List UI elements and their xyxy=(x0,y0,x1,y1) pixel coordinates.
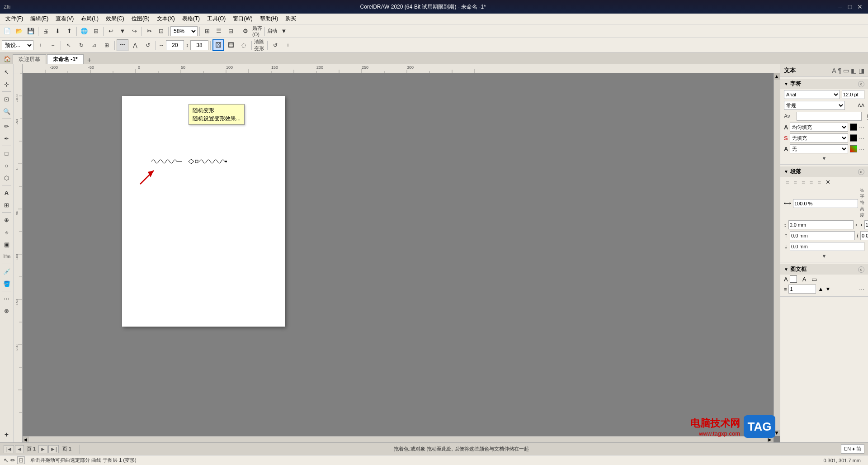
document-canvas[interactable]: ▲ ▼ ◄ ► xyxy=(23,73,780,442)
para-input4[interactable] xyxy=(790,231,855,240)
frame-more-btn[interactable]: ··· xyxy=(859,285,864,293)
scroll-up-btn[interactable]: ▲ xyxy=(774,73,780,80)
align-none-btn[interactable]: ✕ xyxy=(824,178,832,186)
close-button[interactable]: ✕ xyxy=(855,2,864,11)
tab-home-icon[interactable]: 🏠 xyxy=(2,53,13,64)
random-distort-btn[interactable]: ⚄ xyxy=(212,39,224,51)
fill3-color-box[interactable] xyxy=(850,145,857,152)
page-next-btn[interactable]: ► xyxy=(38,445,47,453)
value1-input[interactable] xyxy=(166,40,184,50)
minimize-button[interactable]: ─ xyxy=(835,2,844,11)
fill-color-box[interactable] xyxy=(850,123,857,131)
view-mode2[interactable]: ☰ xyxy=(213,26,224,37)
para-input1[interactable] xyxy=(793,199,858,208)
paragraph-section-header[interactable]: ▼ 段落 ○ xyxy=(780,166,868,177)
zigzag-btn[interactable]: ⋀ xyxy=(129,39,141,51)
menu-effects[interactable]: 效果(C) xyxy=(102,14,128,24)
lang-indicator[interactable]: EN ♦ 简 xyxy=(841,444,864,454)
menu-tools[interactable]: 工具(O) xyxy=(203,14,229,24)
distort-btn[interactable]: ⊞ xyxy=(101,39,113,51)
save-button[interactable]: 💾 xyxy=(25,26,36,37)
underline-btn[interactable]: U xyxy=(865,113,868,120)
rectangle-tool[interactable]: □ xyxy=(1,147,13,159)
tab-add-button[interactable]: + xyxy=(85,56,94,64)
frame-cols-input[interactable] xyxy=(788,285,816,294)
scroll-left-btn[interactable]: ◄ xyxy=(23,437,29,442)
fill2-more-btn[interactable]: ··· xyxy=(859,134,864,142)
open-button[interactable]: 📂 xyxy=(14,26,24,37)
settings-button[interactable]: ⚙ xyxy=(240,26,251,37)
paragraph-section-circle[interactable]: ○ xyxy=(858,169,864,175)
snap-button[interactable]: 贴齐(O) xyxy=(252,26,263,37)
fill-combo[interactable]: 均匀填充 xyxy=(790,123,848,132)
preset-combo[interactable]: 预设... xyxy=(2,40,33,50)
undo-button[interactable]: ↩ xyxy=(105,26,116,37)
new-button[interactable]: 📄 xyxy=(2,26,13,37)
value2-input[interactable] xyxy=(190,40,208,50)
transform-button[interactable]: ⊡ xyxy=(156,26,166,37)
preset-remove[interactable]: − xyxy=(47,39,59,51)
twirl-btn[interactable]: ↺ xyxy=(142,39,154,51)
rotate-btn[interactable]: ↻ xyxy=(75,39,87,51)
view-mode3[interactable]: ⊟ xyxy=(225,26,236,37)
rp-icon-frame[interactable]: ▭ xyxy=(843,67,849,74)
transform-tool[interactable]: Tfm xyxy=(1,251,13,262)
font-style-combo[interactable]: 常规 xyxy=(784,101,845,110)
align-right-btn[interactable]: ≡ xyxy=(800,178,807,186)
frame-up-btn[interactable]: ▲ xyxy=(818,286,823,292)
font-size-input[interactable] xyxy=(842,90,864,99)
calligraphy-tool[interactable]: ✒ xyxy=(1,133,13,144)
fill2-color-box[interactable] xyxy=(850,134,857,142)
tab-document[interactable]: 未命名 -1* xyxy=(47,54,84,64)
frame-color-box[interactable] xyxy=(790,275,797,283)
shadow-tool[interactable]: ▣ xyxy=(1,238,13,250)
start-button[interactable]: 启动 xyxy=(267,26,278,37)
extrude-tool[interactable]: ⟐ xyxy=(1,226,13,238)
add-btn[interactable]: + xyxy=(282,39,294,51)
align-justify-btn[interactable]: ≡ xyxy=(808,178,815,186)
extra-tool2[interactable]: ⊛ xyxy=(1,305,13,317)
smooth-btn[interactable]: ◌ xyxy=(238,39,250,51)
menu-text[interactable]: 文本(X) xyxy=(153,14,179,24)
zoom-combo[interactable]: 58% xyxy=(170,26,198,36)
polygon-tool[interactable]: ⬡ xyxy=(1,172,13,184)
import-button[interactable]: ⬇ xyxy=(52,26,63,37)
para-input5[interactable] xyxy=(860,231,868,240)
para-section-expand[interactable]: ▼ xyxy=(822,253,827,259)
paint-tool[interactable]: 🪣 xyxy=(1,278,13,289)
kern-input[interactable] xyxy=(797,112,862,121)
align-center-btn[interactable]: ≡ xyxy=(792,178,799,186)
fill-more-btn[interactable]: ··· xyxy=(859,123,864,131)
fill3-more-btn[interactable]: ··· xyxy=(859,145,864,152)
frame-section-circle[interactable]: ○ xyxy=(858,266,864,273)
frame-section-header[interactable]: ▼ 图文框 ○ xyxy=(780,264,868,275)
crop-button[interactable]: ✂ xyxy=(144,26,155,37)
menu-window[interactable]: 窗口(W) xyxy=(229,14,256,24)
menu-help[interactable]: 帮助(H) xyxy=(256,14,282,24)
font-name-combo[interactable]: Arial xyxy=(784,90,840,99)
canvas-area[interactable]: -100 -50 0 50 100 150 200 250 300 xyxy=(14,64,780,442)
align-force-btn[interactable]: ≡ xyxy=(816,178,823,186)
print-button[interactable]: 🖨 xyxy=(40,26,51,37)
restore-button[interactable]: □ xyxy=(845,2,854,11)
rp-icon-collapse[interactable]: ◨ xyxy=(859,67,864,74)
crop-tool[interactable]: ⊡ xyxy=(1,93,13,105)
refresh-btn[interactable]: ↺ xyxy=(269,39,281,51)
wave-btn[interactable]: 〜 xyxy=(117,39,128,51)
para-input2[interactable] xyxy=(788,220,854,229)
publish-button[interactable]: 🌐 xyxy=(79,26,90,37)
menu-view[interactable]: 查看(V) xyxy=(52,14,77,24)
start-arrow[interactable]: ▼ xyxy=(278,26,289,37)
page-last-btn[interactable]: ►| xyxy=(48,445,59,453)
export-button[interactable]: ⬆ xyxy=(64,26,75,37)
preset-add[interactable]: + xyxy=(34,39,46,51)
align-left-btn[interactable]: ≡ xyxy=(784,178,791,186)
more-tools[interactable]: ⋯ xyxy=(1,293,13,304)
node-tool[interactable]: ⊹ xyxy=(1,78,13,90)
text-tool[interactable]: A xyxy=(1,187,13,199)
tab-welcome[interactable]: 欢迎屏幕 xyxy=(13,54,46,64)
para-input3[interactable] xyxy=(864,220,868,229)
zoom-tool[interactable]: 🔍 xyxy=(1,105,13,117)
rp-icon-paragraph[interactable]: ¶ xyxy=(838,67,841,74)
undo-list[interactable]: ▼ xyxy=(117,26,128,37)
